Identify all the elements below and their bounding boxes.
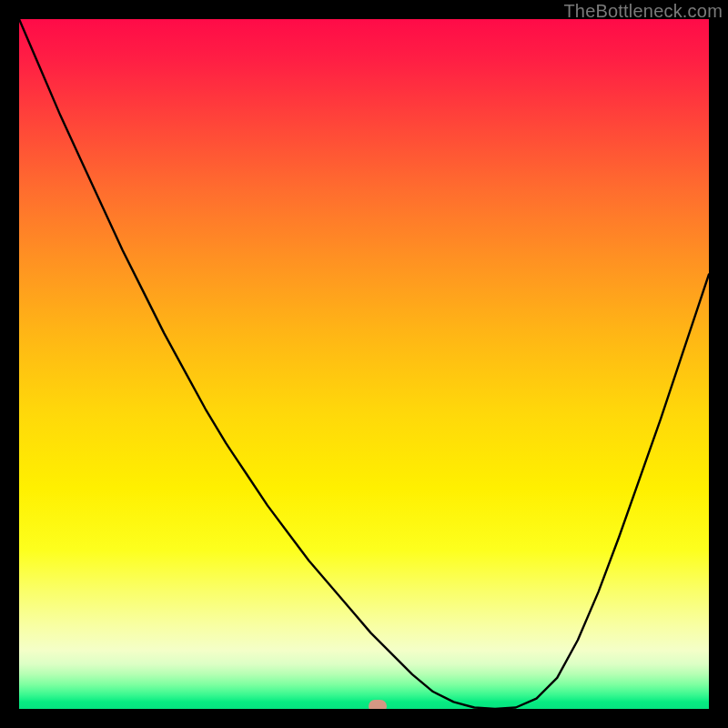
optimum-marker xyxy=(369,700,387,709)
plot-area xyxy=(19,19,709,709)
bottleneck-curve xyxy=(19,19,709,709)
chart-frame: TheBottleneck.com xyxy=(0,0,728,728)
watermark-text: TheBottleneck.com xyxy=(563,1,723,22)
